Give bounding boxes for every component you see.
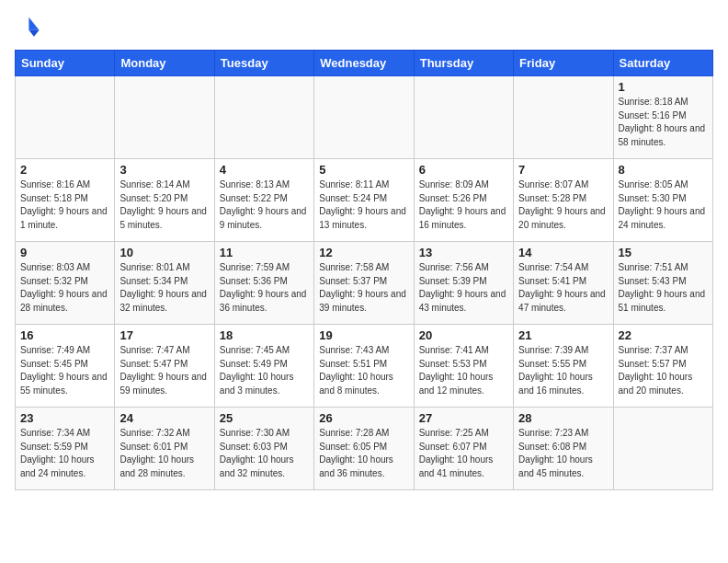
day-number: 21 <box>518 328 608 342</box>
week-row-2: 2Sunrise: 8:16 AM Sunset: 5:18 PM Daylig… <box>16 159 713 242</box>
calendar-cell <box>414 76 513 159</box>
calendar-cell: 26Sunrise: 7:28 AM Sunset: 6:05 PM Dayli… <box>314 408 414 490</box>
day-number: 15 <box>619 246 708 259</box>
calendar-cell <box>613 408 712 490</box>
calendar-cell: 24Sunrise: 7:32 AM Sunset: 6:01 PM Dayli… <box>115 408 214 490</box>
day-number: 6 <box>419 163 508 177</box>
week-row-3: 9Sunrise: 8:03 AM Sunset: 5:32 PM Daylig… <box>16 242 713 325</box>
day-info: Sunrise: 8:11 AM Sunset: 5:24 PM Dayligh… <box>319 178 408 232</box>
calendar-cell: 12Sunrise: 7:58 AM Sunset: 5:37 PM Dayli… <box>314 242 414 325</box>
day-info: Sunrise: 7:43 AM Sunset: 5:51 PM Dayligh… <box>319 344 408 397</box>
day-info: Sunrise: 8:18 AM Sunset: 5:16 PM Dayligh… <box>619 96 708 149</box>
day-info: Sunrise: 8:13 AM Sunset: 5:22 PM Dayligh… <box>220 178 309 232</box>
calendar-cell: 9Sunrise: 8:03 AM Sunset: 5:32 PM Daylig… <box>16 242 115 325</box>
calendar-cell <box>214 76 313 159</box>
logo <box>15 15 44 40</box>
day-info: Sunrise: 7:23 AM Sunset: 6:08 PM Dayligh… <box>518 427 608 480</box>
day-number: 4 <box>220 163 309 177</box>
calendar-cell: 1Sunrise: 8:18 AM Sunset: 5:16 PM Daylig… <box>613 76 712 159</box>
calendar-header-thursday: Thursday <box>414 51 513 76</box>
calendar-cell <box>514 76 613 159</box>
day-info: Sunrise: 7:58 AM Sunset: 5:37 PM Dayligh… <box>319 261 408 315</box>
calendar-header-friday: Friday <box>514 51 613 76</box>
calendar-cell: 22Sunrise: 7:37 AM Sunset: 5:57 PM Dayli… <box>613 325 712 408</box>
calendar-cell: 16Sunrise: 7:49 AM Sunset: 5:45 PM Dayli… <box>16 325 115 408</box>
day-info: Sunrise: 8:01 AM Sunset: 5:34 PM Dayligh… <box>119 261 209 315</box>
day-number: 3 <box>119 163 209 177</box>
day-info: Sunrise: 8:05 AM Sunset: 5:30 PM Dayligh… <box>619 178 708 232</box>
calendar-cell: 21Sunrise: 7:39 AM Sunset: 5:55 PM Dayli… <box>514 325 613 408</box>
day-number: 17 <box>119 328 209 342</box>
day-number: 18 <box>220 328 309 342</box>
day-number: 12 <box>319 246 408 259</box>
calendar-cell: 8Sunrise: 8:05 AM Sunset: 5:30 PM Daylig… <box>613 159 712 242</box>
day-info: Sunrise: 7:34 AM Sunset: 5:59 PM Dayligh… <box>20 427 109 480</box>
day-number: 2 <box>20 163 109 177</box>
calendar-cell: 23Sunrise: 7:34 AM Sunset: 5:59 PM Dayli… <box>16 408 115 490</box>
day-info: Sunrise: 7:59 AM Sunset: 5:36 PM Dayligh… <box>220 261 309 315</box>
day-info: Sunrise: 7:32 AM Sunset: 6:01 PM Dayligh… <box>119 427 209 480</box>
day-info: Sunrise: 7:56 AM Sunset: 5:39 PM Dayligh… <box>419 261 508 315</box>
calendar-cell: 20Sunrise: 7:41 AM Sunset: 5:53 PM Dayli… <box>414 325 513 408</box>
day-info: Sunrise: 8:07 AM Sunset: 5:28 PM Dayligh… <box>518 178 608 232</box>
calendar-cell: 13Sunrise: 7:56 AM Sunset: 5:39 PM Dayli… <box>414 242 513 325</box>
svg-marker-1 <box>28 30 39 37</box>
calendar-cell: 10Sunrise: 8:01 AM Sunset: 5:34 PM Dayli… <box>115 242 214 325</box>
day-info: Sunrise: 7:41 AM Sunset: 5:53 PM Dayligh… <box>419 344 508 397</box>
calendar-header-wednesday: Wednesday <box>314 51 414 76</box>
logo-icon <box>15 15 40 40</box>
day-info: Sunrise: 8:03 AM Sunset: 5:32 PM Dayligh… <box>20 261 109 315</box>
calendar-cell <box>314 76 414 159</box>
day-number: 11 <box>220 246 309 259</box>
svg-marker-0 <box>28 17 39 30</box>
day-number: 22 <box>619 328 708 342</box>
week-row-5: 23Sunrise: 7:34 AM Sunset: 5:59 PM Dayli… <box>16 408 713 490</box>
week-row-4: 16Sunrise: 7:49 AM Sunset: 5:45 PM Dayli… <box>16 325 713 408</box>
day-info: Sunrise: 7:49 AM Sunset: 5:45 PM Dayligh… <box>20 344 109 397</box>
calendar-cell: 19Sunrise: 7:43 AM Sunset: 5:51 PM Dayli… <box>314 325 414 408</box>
day-info: Sunrise: 7:39 AM Sunset: 5:55 PM Dayligh… <box>518 344 608 397</box>
calendar-header-tuesday: Tuesday <box>214 51 313 76</box>
page-header <box>15 15 713 40</box>
calendar-header-saturday: Saturday <box>613 51 712 76</box>
calendar-cell: 14Sunrise: 7:54 AM Sunset: 5:41 PM Dayli… <box>514 242 613 325</box>
day-info: Sunrise: 7:37 AM Sunset: 5:57 PM Dayligh… <box>619 344 708 397</box>
calendar-cell: 18Sunrise: 7:45 AM Sunset: 5:49 PM Dayli… <box>214 325 313 408</box>
calendar-cell: 11Sunrise: 7:59 AM Sunset: 5:36 PM Dayli… <box>214 242 313 325</box>
day-info: Sunrise: 7:25 AM Sunset: 6:07 PM Dayligh… <box>419 427 508 480</box>
calendar-cell: 5Sunrise: 8:11 AM Sunset: 5:24 PM Daylig… <box>314 159 414 242</box>
day-number: 1 <box>619 80 708 94</box>
day-number: 25 <box>220 411 309 425</box>
day-number: 7 <box>518 163 608 177</box>
calendar-cell: 6Sunrise: 8:09 AM Sunset: 5:26 PM Daylig… <box>414 159 513 242</box>
day-number: 8 <box>619 163 708 177</box>
day-number: 14 <box>518 246 608 259</box>
week-row-1: 1Sunrise: 8:18 AM Sunset: 5:16 PM Daylig… <box>16 76 713 159</box>
day-number: 9 <box>20 246 109 259</box>
day-number: 28 <box>518 411 608 425</box>
day-number: 16 <box>20 328 109 342</box>
day-number: 27 <box>419 411 508 425</box>
calendar-cell: 3Sunrise: 8:14 AM Sunset: 5:20 PM Daylig… <box>115 159 214 242</box>
day-number: 23 <box>20 411 109 425</box>
day-number: 26 <box>319 411 408 425</box>
calendar-header-monday: Monday <box>115 51 214 76</box>
calendar-cell: 25Sunrise: 7:30 AM Sunset: 6:03 PM Dayli… <box>214 408 313 490</box>
day-number: 19 <box>319 328 408 342</box>
calendar-cell <box>115 76 214 159</box>
day-info: Sunrise: 7:30 AM Sunset: 6:03 PM Dayligh… <box>220 427 309 480</box>
calendar-table: SundayMondayTuesdayWednesdayThursdayFrid… <box>15 50 713 490</box>
calendar-cell: 4Sunrise: 8:13 AM Sunset: 5:22 PM Daylig… <box>214 159 313 242</box>
calendar-cell: 17Sunrise: 7:47 AM Sunset: 5:47 PM Dayli… <box>115 325 214 408</box>
day-info: Sunrise: 7:45 AM Sunset: 5:49 PM Dayligh… <box>220 344 309 397</box>
day-number: 13 <box>419 246 508 259</box>
day-info: Sunrise: 7:47 AM Sunset: 5:47 PM Dayligh… <box>119 344 209 397</box>
calendar-cell: 27Sunrise: 7:25 AM Sunset: 6:07 PM Dayli… <box>414 408 513 490</box>
calendar-cell: 2Sunrise: 8:16 AM Sunset: 5:18 PM Daylig… <box>16 159 115 242</box>
day-number: 10 <box>119 246 209 259</box>
calendar-cell: 15Sunrise: 7:51 AM Sunset: 5:43 PM Dayli… <box>613 242 712 325</box>
calendar-cell: 28Sunrise: 7:23 AM Sunset: 6:08 PM Dayli… <box>514 408 613 490</box>
day-number: 24 <box>119 411 209 425</box>
calendar-header-row: SundayMondayTuesdayWednesdayThursdayFrid… <box>16 51 713 76</box>
day-info: Sunrise: 7:28 AM Sunset: 6:05 PM Dayligh… <box>319 427 408 480</box>
